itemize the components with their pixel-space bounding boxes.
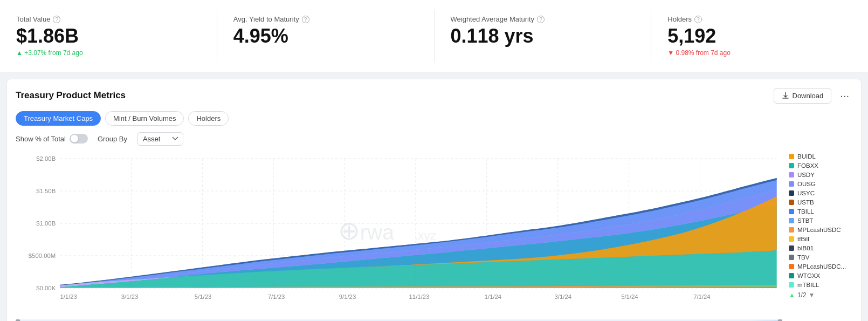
legend-stbt-color xyxy=(789,218,794,223)
avg-yield-info-icon[interactable]: ? xyxy=(302,16,309,23)
metric-avg-yield-label: Avg. Yield to Maturity ? xyxy=(233,15,418,23)
mini-chart: Jan '23 Apr '23 Jul '23 Oct '23 Jan '24 … xyxy=(16,319,782,321)
top-metrics-bar: Total Value ? $1.86B ▲ +3.07% from 7d ag… xyxy=(0,0,868,72)
svg-text:$500.00M: $500.00M xyxy=(29,252,56,259)
svg-text:11/1/23: 11/1/23 xyxy=(409,293,430,300)
legend-wtgxx[interactable]: WTGXX xyxy=(789,272,852,279)
metric-holders: Holders ? 5,192 ▼ 0.98% from 7d ago xyxy=(651,10,868,62)
pagination-down-arrow[interactable]: ▼ xyxy=(809,291,815,299)
legend-usyc[interactable]: USYC xyxy=(789,190,852,196)
chart-area: $2.00B $1.50B $1.00B $500.00M $0.00K 1/1… xyxy=(16,153,852,321)
chart-title: Treasury Product Metrics xyxy=(16,90,126,101)
more-options-button[interactable]: ··· xyxy=(837,88,852,103)
metric-weighted-maturity: Weighted Average Maturity ? 0.118 yrs xyxy=(435,10,652,62)
holders-number: 5,192 xyxy=(667,25,852,47)
svg-rect-36 xyxy=(20,319,778,321)
chart-wrapper: $2.00B $1.50B $1.00B $500.00M $0.00K 1/1… xyxy=(16,153,782,321)
svg-rect-35 xyxy=(778,319,782,321)
chart-legend: BUIDL FOBXX USDY OUSG USYC USTB xyxy=(782,153,852,321)
legend-buidl[interactable]: BUIDL xyxy=(789,153,852,160)
svg-text:1/1/24: 1/1/24 xyxy=(485,293,501,300)
svg-text:$1.50B: $1.50B xyxy=(36,188,56,194)
legend-ousg[interactable]: OUSG xyxy=(789,181,852,187)
total-value-info-icon[interactable]: ? xyxy=(53,16,60,23)
metric-total-value: Total Value ? $1.86B ▲ +3.07% from 7d ag… xyxy=(0,10,217,62)
tab-mint-burn-volumes[interactable]: Mint / Burn Volumes xyxy=(105,111,184,126)
legend-mplcash2-color xyxy=(789,264,794,269)
avg-yield-number: 4.95% xyxy=(233,25,418,47)
svg-text:.xyz: .xyz xyxy=(415,229,436,242)
legend-mtbill-color xyxy=(789,282,794,288)
legend-tfbill-color xyxy=(789,236,794,242)
metric-total-value-label: Total Value ? xyxy=(16,15,201,23)
weighted-maturity-number: 0.118 yrs xyxy=(451,25,635,47)
legend-tbill[interactable]: TBILL xyxy=(789,208,852,215)
svg-text:⊕: ⊕ xyxy=(338,216,361,244)
show-pct-toggle-label: Show % of Total xyxy=(16,134,88,144)
legend-usyc-color xyxy=(789,190,794,196)
legend-tbv-color xyxy=(789,255,794,260)
legend-usdy[interactable]: USDY xyxy=(789,172,852,178)
svg-text:$0.00K: $0.00K xyxy=(36,285,56,291)
legend-tbill-color xyxy=(789,209,794,214)
legend-bib01[interactable]: bIB01 xyxy=(789,245,852,251)
chart-controls: Show % of Total Group By Asset Protocol … xyxy=(16,132,852,146)
legend-fobxx[interactable]: FOBXX xyxy=(789,162,852,169)
svg-text:3/1/24: 3/1/24 xyxy=(555,293,571,300)
svg-text:7/1/24: 7/1/24 xyxy=(693,293,710,300)
download-icon xyxy=(782,92,789,99)
svg-text:3/1/23: 3/1/23 xyxy=(121,293,138,300)
svg-text:7/1/23: 7/1/23 xyxy=(268,293,285,300)
download-button[interactable]: Download xyxy=(774,88,832,104)
svg-rect-34 xyxy=(16,319,20,321)
metric-holders-label: Holders ? xyxy=(667,15,852,23)
pagination-up-arrow[interactable]: ▲ xyxy=(789,291,795,299)
svg-text:5/1/23: 5/1/23 xyxy=(195,293,211,300)
holders-info-icon[interactable]: ? xyxy=(694,16,702,23)
main-chart: $2.00B $1.50B $1.00B $500.00M $0.00K 1/1… xyxy=(16,153,782,315)
legend-usdy-color xyxy=(789,172,794,177)
legend-ustb[interactable]: USTB xyxy=(789,199,852,206)
holders-change: ▼ 0.98% from 7d ago xyxy=(667,49,852,57)
legend-pagination: ▲ 1/2 ▼ xyxy=(789,291,852,299)
legend-tbv[interactable]: TBV xyxy=(789,254,852,261)
svg-text:$1.00B: $1.00B xyxy=(36,220,56,227)
legend-buidl-color xyxy=(789,154,794,159)
group-by-select[interactable]: Asset Protocol Chain xyxy=(137,132,183,146)
metric-avg-yield: Avg. Yield to Maturity ? 4.95% xyxy=(217,10,435,62)
tab-treasury-market-caps[interactable]: Treasury Market Caps xyxy=(16,111,101,126)
metric-weighted-maturity-label: Weighted Average Maturity ? xyxy=(451,15,635,23)
chart-tabs: Treasury Market Caps Mint / Burn Volumes… xyxy=(16,111,852,126)
total-value-number: $1.86B xyxy=(16,25,201,47)
legend-ustb-color xyxy=(789,200,794,205)
legend-mtbill[interactable]: mTBILL xyxy=(789,282,852,288)
legend-mplcash[interactable]: MPLcashUSDC xyxy=(789,227,852,233)
svg-text:$2.00B: $2.00B xyxy=(36,155,56,162)
legend-wtgxx-color xyxy=(789,273,794,278)
show-pct-toggle[interactable] xyxy=(70,134,88,144)
legend-ousg-color xyxy=(789,181,794,187)
legend-mplcash-color xyxy=(789,227,794,233)
weighted-maturity-info-icon[interactable]: ? xyxy=(537,16,545,23)
pagination-text: 1/2 xyxy=(797,291,807,299)
svg-text:9/1/23: 9/1/23 xyxy=(339,293,356,300)
chart-header: Treasury Product Metrics Download ··· xyxy=(16,88,852,104)
svg-text:rwa: rwa xyxy=(360,221,395,243)
total-value-change: ▲ +3.07% from 7d ago xyxy=(16,49,201,57)
legend-stbt[interactable]: STBT xyxy=(789,217,852,224)
chart-header-right: Download ··· xyxy=(774,88,853,104)
chart-section: Treasury Product Metrics Download ··· Tr… xyxy=(6,79,862,321)
legend-mplcash2[interactable]: MPLcashUSDC... xyxy=(789,263,852,270)
group-by-label: Group By xyxy=(98,135,127,143)
tab-holders[interactable]: Holders xyxy=(188,111,229,126)
legend-bib01-color xyxy=(789,245,794,251)
legend-tfbill[interactable]: tfBill xyxy=(789,236,852,242)
svg-text:5/1/24: 5/1/24 xyxy=(621,293,638,300)
legend-fobxx-color xyxy=(789,163,794,168)
svg-text:1/1/23: 1/1/23 xyxy=(60,293,77,300)
